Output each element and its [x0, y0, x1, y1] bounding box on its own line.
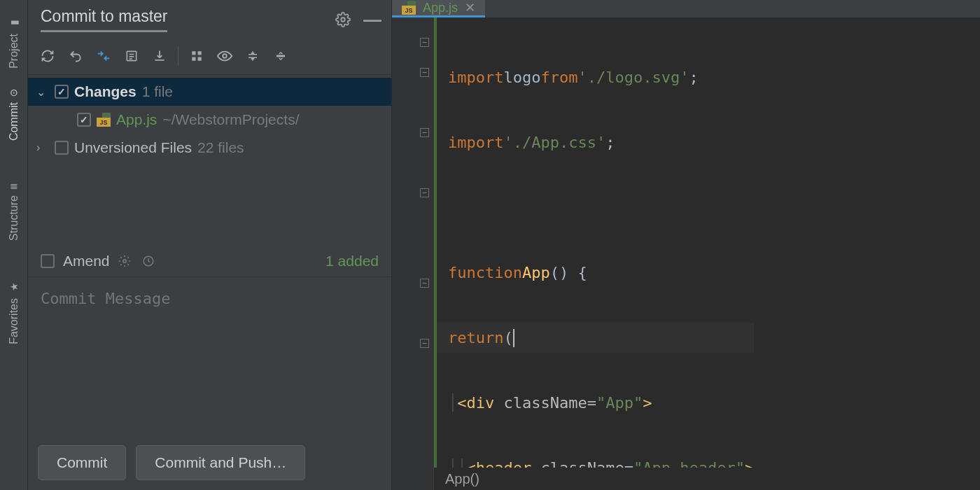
code-content[interactable]: import logo from './logo.svg'; import '.… [437, 18, 754, 490]
js-file-icon [97, 113, 111, 127]
toolstrip-favorites[interactable]: Favorites ★ [8, 272, 20, 354]
fold-icon[interactable]: − [420, 188, 429, 197]
toolstrip-commit-label: Commit [8, 102, 20, 141]
changes-checkbox[interactable] [55, 85, 69, 99]
commit-panel: Commit to master — ⌄ Changes 1 file App.… [28, 0, 392, 490]
group-icon[interactable] [184, 43, 209, 69]
svg-point-6 [223, 54, 227, 58]
editor: App.js ✕ − − − − − − import logo from '.… [392, 0, 980, 490]
breadcrumb-label: App() [445, 471, 479, 487]
changed-file-row[interactable]: App.js ~/WebstormProjects/ [28, 106, 391, 134]
changes-count: 1 file [142, 83, 173, 100]
svg-rect-3 [198, 51, 202, 55]
chevron-down-icon[interactable]: ⌄ [36, 85, 49, 99]
tab-label: App.js [423, 1, 458, 15]
commit-button[interactable]: Commit [38, 445, 126, 480]
eye-icon[interactable] [212, 43, 237, 69]
folder-icon: ▮ [8, 17, 20, 28]
tab-app-js[interactable]: App.js ✕ [392, 0, 485, 18]
fold-icon[interactable]: − [420, 279, 429, 288]
svg-rect-5 [198, 57, 202, 61]
star-icon: ★ [8, 281, 20, 293]
commit-icon: ⊙ [10, 87, 18, 98]
text-cursor [513, 329, 514, 347]
refresh-icon[interactable] [35, 43, 60, 69]
fold-icon[interactable]: − [420, 38, 429, 47]
added-label: 1 added [326, 253, 379, 270]
diff-icon[interactable] [91, 43, 116, 69]
changes-label: Changes [74, 83, 136, 100]
svg-rect-2 [192, 51, 195, 55]
history-icon[interactable] [142, 255, 155, 267]
svg-point-7 [122, 260, 126, 263]
button-row: Commit Commit and Push… [28, 438, 391, 490]
commit-push-button[interactable]: Commit and Push… [136, 445, 305, 480]
js-file-icon [402, 1, 416, 15]
commit-message-input[interactable] [28, 277, 391, 438]
toolstrip-structure[interactable]: Structure ≣ [8, 172, 20, 251]
shelve-icon[interactable] [147, 43, 172, 69]
gear-icon[interactable] [335, 12, 351, 27]
toolstrip-commit[interactable]: Commit ⊙ [8, 78, 20, 150]
toolstrip-structure-label: Structure [8, 195, 20, 241]
minimize-icon[interactable]: — [363, 9, 382, 31]
toolstrip-project[interactable]: Project ▮ [8, 7, 20, 78]
tab-bar: App.js ✕ [392, 0, 980, 18]
gutter[interactable]: − − − − − − [392, 18, 434, 490]
expand-icon[interactable] [240, 43, 265, 69]
left-tool-strip: Project ▮ Commit ⊙ Structure ≣ Favorites… [0, 0, 28, 490]
amend-checkbox[interactable] [41, 254, 55, 268]
toolstrip-favorites-label: Favorites [8, 298, 20, 344]
fold-icon[interactable]: − [420, 339, 429, 348]
rollback-icon[interactable] [63, 43, 88, 69]
breadcrumb[interactable]: App() [434, 468, 980, 490]
toolstrip-project-label: Project [8, 34, 20, 69]
svg-rect-4 [192, 57, 195, 61]
changelist-icon[interactable] [119, 43, 144, 69]
commit-toolbar [28, 38, 391, 75]
unversioned-label: Unversioned Files [74, 139, 192, 156]
code-area[interactable]: − − − − − − import logo from './logo.svg… [392, 18, 980, 490]
panel-header: Commit to master — [28, 0, 391, 38]
svg-point-0 [341, 18, 345, 22]
fold-icon[interactable]: − [420, 128, 429, 137]
file-path: ~/WebstormProjects/ [162, 111, 299, 128]
collapse-icon[interactable] [268, 43, 293, 69]
gear-small-icon[interactable] [118, 255, 131, 267]
unversioned-node[interactable]: › Unversioned Files 22 files [28, 134, 391, 162]
amend-label: Amend [63, 253, 110, 270]
fold-icon[interactable]: − [420, 68, 429, 77]
structure-icon: ≣ [10, 180, 18, 191]
unversioned-checkbox[interactable] [55, 141, 69, 155]
changes-node[interactable]: ⌄ Changes 1 file [28, 78, 391, 106]
file-checkbox[interactable] [77, 113, 91, 127]
panel-title: Commit to master [41, 7, 167, 32]
changes-tree: ⌄ Changes 1 file App.js ~/WebstormProjec… [28, 75, 391, 246]
close-tab-icon[interactable]: ✕ [465, 0, 475, 15]
amend-row: Amend 1 added [28, 246, 391, 277]
unversioned-count: 22 files [197, 139, 244, 156]
chevron-right-icon[interactable]: › [36, 141, 49, 154]
file-name: App.js [116, 111, 157, 128]
